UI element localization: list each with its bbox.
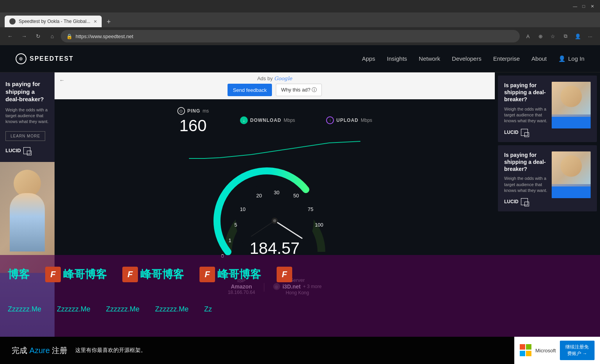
bottom-ad-line1: 完成 Azure 注册 bbox=[12, 345, 67, 356]
minimize-button[interactable]: — bbox=[572, 3, 578, 9]
window-controls: — □ ✕ bbox=[572, 3, 595, 9]
collections-icon[interactable]: ⧉ bbox=[560, 31, 570, 41]
send-feedback-button[interactable]: Send feedback bbox=[228, 84, 272, 96]
nav-insights[interactable]: Insights bbox=[387, 55, 407, 62]
ad-back-arrow[interactable]: ← bbox=[59, 77, 65, 83]
right-ads-panel: Is paying for shipping a deal-breaker? W… bbox=[495, 72, 600, 364]
url-bar[interactable]: 🔒 https://www.speedtest.net bbox=[61, 30, 520, 42]
svg-text:5: 5 bbox=[234, 222, 237, 228]
maximize-button[interactable]: □ bbox=[581, 3, 587, 9]
profile-icon[interactable]: 👤 bbox=[573, 31, 583, 41]
active-tab[interactable]: Speedtest by Ookla - The Global... ✕ bbox=[5, 16, 102, 27]
login-button[interactable]: 👤 Log In bbox=[558, 55, 584, 62]
download-label: DOWNLOAD bbox=[250, 118, 281, 123]
logo-text: SPEEDTEST bbox=[30, 55, 74, 62]
nav-about[interactable]: About bbox=[531, 55, 547, 62]
nav-developers[interactable]: Developers bbox=[452, 55, 482, 62]
tab-bar: Speedtest by Ookla - The Global... ✕ + bbox=[0, 12, 600, 27]
server-host: i3D.net bbox=[282, 283, 301, 290]
right-ad-2-body: Weigh the odds with a target audience th… bbox=[504, 176, 548, 193]
left-ad-banner: Is paying for shipping a deal-breaker? W… bbox=[0, 72, 55, 364]
right-ad-1-person bbox=[552, 82, 591, 128]
left-ad-text-content: Is paying for shipping a deal-breaker? W… bbox=[0, 72, 55, 162]
title-bar: — □ ✕ bbox=[0, 0, 600, 12]
metrics-row: ⊙ PING ms 160 ↓ DOWNLOAD Mbps bbox=[177, 107, 372, 135]
right-ad-2: Is paying for shipping a deal-breaker? W… bbox=[498, 145, 597, 212]
server-more: + 3 more bbox=[303, 284, 322, 289]
ms-yellow-square bbox=[526, 351, 531, 356]
close-button[interactable]: ✕ bbox=[589, 3, 595, 9]
speed-section: ⊙ PING ms 160 ↓ DOWNLOAD Mbps bbox=[177, 99, 372, 364]
google-ad-bar: ← Ads by Google Send feedback Why this a… bbox=[55, 72, 495, 99]
reload-button[interactable]: ↻ bbox=[33, 31, 44, 42]
nav-apps[interactable]: Apps bbox=[362, 55, 375, 62]
google-label: Google bbox=[274, 76, 292, 81]
extensions-icon[interactable]: ⊕ bbox=[535, 31, 545, 41]
nav-enterprise[interactable]: Enterprise bbox=[493, 55, 520, 62]
lucid-logo-icon bbox=[23, 147, 30, 154]
bottom-ad-subtitle: 这里有你最喜欢的开源框架。 bbox=[75, 347, 146, 354]
right-ad-2-headline: Is paying for shipping a deal-breaker? bbox=[504, 151, 548, 173]
right-ad-2-text: Is paying for shipping a deal-breaker? W… bbox=[504, 151, 548, 206]
bottom-ad-banner: 完成 Azure 注册 这里有你最喜欢的开源框架。 Microsoft 继续注册… bbox=[0, 337, 600, 364]
isp-name: Amazon bbox=[231, 283, 252, 290]
ping-header: ⊙ PING ms bbox=[177, 107, 209, 115]
right-ad-2-image bbox=[552, 151, 591, 206]
ms-red-square bbox=[520, 344, 525, 350]
upload-metric: ↑ UPLOAD Mbps bbox=[326, 116, 372, 126]
new-tab-button[interactable]: + bbox=[103, 16, 114, 27]
continue-register-button[interactable]: 继续注册免费账户 → bbox=[560, 341, 595, 360]
server-info: ISP Amazon 18.166.70.64 | Server ◎ i3D.n… bbox=[220, 273, 330, 299]
logo: ◎ SPEEDTEST bbox=[16, 53, 74, 64]
right-ad-1-content: Is paying for shipping a deal-breaker? W… bbox=[498, 76, 597, 142]
tab-title: Speedtest by Ookla - The Global... bbox=[19, 19, 90, 24]
azure-text: Azure bbox=[30, 346, 50, 355]
ping-value: 160 bbox=[179, 116, 206, 135]
address-bar-icons: A ⊕ ☆ ⧉ 👤 ··· bbox=[523, 31, 595, 41]
favorites-icon[interactable]: ☆ bbox=[548, 31, 558, 41]
right-ad-2-person bbox=[552, 151, 591, 198]
nav-links: Apps Insights Network Developers Enterpr… bbox=[362, 55, 584, 62]
bottom-ad-right-panel: Microsoft 继续注册免费账户 → bbox=[514, 337, 600, 364]
tab-favicon bbox=[9, 18, 16, 25]
home-button[interactable]: ⌂ bbox=[47, 31, 58, 42]
center-content: ← Ads by Google Send feedback Why this a… bbox=[55, 72, 495, 364]
ping-label: PING bbox=[187, 108, 200, 114]
ms-blue-square bbox=[520, 351, 525, 356]
right-ad-1-brand: LUCID bbox=[504, 129, 548, 136]
right-ad-2-content: Is paying for shipping a deal-breaker? W… bbox=[498, 145, 597, 212]
speed-value: 184.57 bbox=[250, 239, 300, 258]
right-ad-1-text: Is paying for shipping a deal-breaker? W… bbox=[504, 82, 548, 136]
bottom-ad-main-content: 完成 Azure 注册 这里有你最喜欢的开源框架。 bbox=[0, 337, 514, 364]
microsoft-logo bbox=[520, 344, 531, 357]
right-ad-2-brand: LUCID bbox=[504, 198, 548, 205]
server-ip: 18.166.70.64 bbox=[228, 290, 255, 295]
why-this-ad-button[interactable]: Why this ad? ⓘ bbox=[276, 84, 322, 96]
ping-unit: ms bbox=[203, 108, 209, 114]
left-ad-person-image bbox=[0, 162, 55, 364]
server-host-info: Server ◎ i3D.net + 3 more Hong Kong bbox=[273, 277, 321, 295]
forward-button[interactable]: → bbox=[19, 31, 30, 42]
ping-metric: ⊙ PING ms 160 bbox=[177, 107, 209, 135]
upload-label: UPLOAD bbox=[336, 118, 358, 123]
svg-text:50: 50 bbox=[293, 193, 299, 199]
tab-close-button[interactable]: ✕ bbox=[94, 19, 97, 24]
download-unit: Mbps bbox=[284, 118, 295, 123]
translate-icon[interactable]: A bbox=[523, 31, 533, 41]
upload-icon: ↑ bbox=[326, 116, 334, 124]
svg-text:1: 1 bbox=[228, 237, 231, 243]
svg-text:30: 30 bbox=[274, 190, 279, 195]
download-header: ↓ DOWNLOAD Mbps bbox=[240, 116, 295, 124]
svg-point-13 bbox=[273, 219, 276, 222]
ad-bar-buttons: Send feedback Why this ad? ⓘ bbox=[228, 84, 322, 96]
left-ad-headline: Is paying for shipping a deal-breaker? bbox=[5, 80, 49, 103]
right-ad-1-image bbox=[552, 82, 591, 136]
left-ad-cta-button[interactable]: LEARN MORE bbox=[5, 131, 45, 141]
right-ad-1-headline: Is paying for shipping a deal-breaker? bbox=[504, 82, 548, 103]
isp-info: ISP Amazon 18.166.70.64 bbox=[228, 278, 255, 295]
menu-icon[interactable]: ··· bbox=[585, 31, 595, 41]
bottom-ad-title: 完成 Azure 注册 bbox=[12, 345, 67, 356]
back-button[interactable]: ← bbox=[5, 31, 16, 42]
download-metric: ↓ DOWNLOAD Mbps bbox=[240, 116, 295, 126]
nav-network[interactable]: Network bbox=[419, 55, 440, 62]
